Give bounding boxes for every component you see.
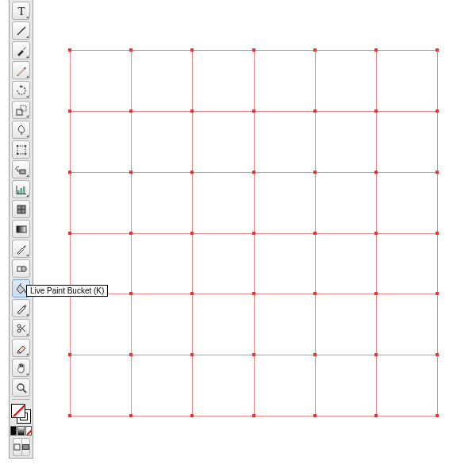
scale-tool[interactable] xyxy=(12,101,30,119)
anchor-point[interactable] xyxy=(436,232,439,235)
color-mode-solid[interactable] xyxy=(10,426,17,436)
anchor-point[interactable] xyxy=(252,292,255,295)
fill-stroke-swatch[interactable] xyxy=(11,404,31,424)
anchor-point[interactable] xyxy=(436,109,439,113)
svg-line-1 xyxy=(17,27,25,35)
flyout-indicator-icon xyxy=(26,313,29,316)
screen-mode-normal[interactable] xyxy=(13,438,21,456)
flyout-indicator-icon xyxy=(26,175,29,177)
flyout-indicator-icon xyxy=(26,75,29,78)
anchor-point[interactable] xyxy=(68,109,71,113)
hand-tool[interactable] xyxy=(12,359,30,377)
anchor-point[interactable] xyxy=(129,353,132,356)
anchor-point[interactable] xyxy=(374,292,378,295)
anchor-point[interactable] xyxy=(436,414,439,417)
anchor-point[interactable] xyxy=(436,292,439,295)
flyout-indicator-icon xyxy=(26,194,29,197)
anchor-point[interactable] xyxy=(68,414,71,417)
svg-point-12 xyxy=(17,166,19,167)
anchor-point[interactable] xyxy=(129,48,132,52)
svg-rect-10 xyxy=(20,170,25,174)
anchor-point[interactable] xyxy=(68,353,71,356)
svg-rect-32 xyxy=(14,444,20,450)
anchor-point[interactable] xyxy=(190,48,194,52)
tooltip: Live Paint Bucket (K) xyxy=(26,285,108,297)
anchor-point[interactable] xyxy=(129,414,132,417)
anchor-point[interactable] xyxy=(252,353,255,356)
flyout-indicator-icon xyxy=(26,353,29,355)
free-transform-tool[interactable] xyxy=(12,140,30,159)
scissors-tool[interactable] xyxy=(12,319,30,337)
anchor-point[interactable] xyxy=(129,292,132,295)
flyout-indicator-icon xyxy=(26,36,29,38)
svg-rect-33 xyxy=(22,445,29,450)
anchor-point[interactable] xyxy=(313,109,317,113)
anchor-point[interactable] xyxy=(190,109,194,113)
svg-point-13 xyxy=(15,168,17,170)
anchor-point[interactable] xyxy=(436,48,439,52)
anchor-point[interactable] xyxy=(190,353,194,356)
flyout-indicator-icon xyxy=(26,16,29,18)
anchor-point[interactable] xyxy=(190,171,194,174)
symbol-sprayer-tool[interactable] xyxy=(12,160,30,178)
graph-tool[interactable] xyxy=(12,180,30,198)
pencil-tool[interactable] xyxy=(12,61,30,79)
anchor-point[interactable] xyxy=(374,171,378,174)
anchor-point[interactable] xyxy=(68,232,71,235)
color-mode-none[interactable] xyxy=(25,426,32,436)
anchor-point[interactable] xyxy=(68,171,71,174)
anchor-point[interactable] xyxy=(436,171,439,174)
canvas-grid[interactable] xyxy=(70,50,437,416)
anchor-point[interactable] xyxy=(374,109,378,113)
anchor-point[interactable] xyxy=(190,292,194,295)
screen-mode-row xyxy=(10,437,32,457)
anchor-point[interactable] xyxy=(313,414,317,417)
flyout-indicator-icon xyxy=(26,135,29,137)
anchor-point[interactable] xyxy=(313,171,317,174)
anchor-point[interactable] xyxy=(313,232,317,235)
anchor-point[interactable] xyxy=(374,48,378,52)
anchor-point[interactable] xyxy=(129,232,132,235)
anchor-point[interactable] xyxy=(252,414,255,417)
anchor-point[interactable] xyxy=(252,171,255,174)
anchor-point[interactable] xyxy=(190,232,194,235)
zoom-tool[interactable] xyxy=(12,378,30,397)
anchor-point[interactable] xyxy=(252,48,255,52)
anchor-point[interactable] xyxy=(374,232,378,235)
svg-rect-8 xyxy=(17,153,18,155)
eraser-tool[interactable] xyxy=(12,339,30,357)
anchor-point[interactable] xyxy=(68,48,71,52)
svg-rect-15 xyxy=(20,188,22,194)
gradient-tool[interactable] xyxy=(12,220,30,238)
svg-rect-5 xyxy=(17,146,25,154)
svg-rect-7 xyxy=(25,145,26,147)
anchor-point[interactable] xyxy=(313,292,317,295)
svg-rect-3 xyxy=(21,106,26,111)
color-mode-gradient[interactable] xyxy=(17,426,24,436)
mesh-tool[interactable] xyxy=(12,200,30,218)
anchor-point[interactable] xyxy=(374,353,378,356)
svg-line-25 xyxy=(20,283,21,285)
anchor-point[interactable] xyxy=(252,109,255,113)
anchor-point[interactable] xyxy=(190,414,194,417)
svg-line-31 xyxy=(23,390,26,393)
rotate-tool[interactable] xyxy=(12,81,30,99)
eyedropper-tool[interactable] xyxy=(12,240,30,258)
anchor-point[interactable] xyxy=(129,171,132,174)
line-tool[interactable] xyxy=(12,21,30,40)
tools-panel: T xyxy=(9,0,33,459)
anchor-point[interactable] xyxy=(313,48,317,52)
anchor-point[interactable] xyxy=(129,109,132,113)
type-tool[interactable]: T xyxy=(12,2,30,20)
screen-mode-full[interactable] xyxy=(21,438,30,456)
svg-point-11 xyxy=(16,167,17,168)
anchor-point[interactable] xyxy=(252,232,255,235)
flyout-indicator-icon xyxy=(26,333,29,336)
anchor-point[interactable] xyxy=(313,353,317,356)
anchor-point[interactable] xyxy=(374,414,378,417)
anchor-point[interactable] xyxy=(436,353,439,356)
paintbrush-tool[interactable] xyxy=(12,41,30,60)
warp-tool[interactable] xyxy=(12,121,30,139)
blend-tool[interactable] xyxy=(12,259,30,278)
slice-tool[interactable] xyxy=(12,299,30,317)
